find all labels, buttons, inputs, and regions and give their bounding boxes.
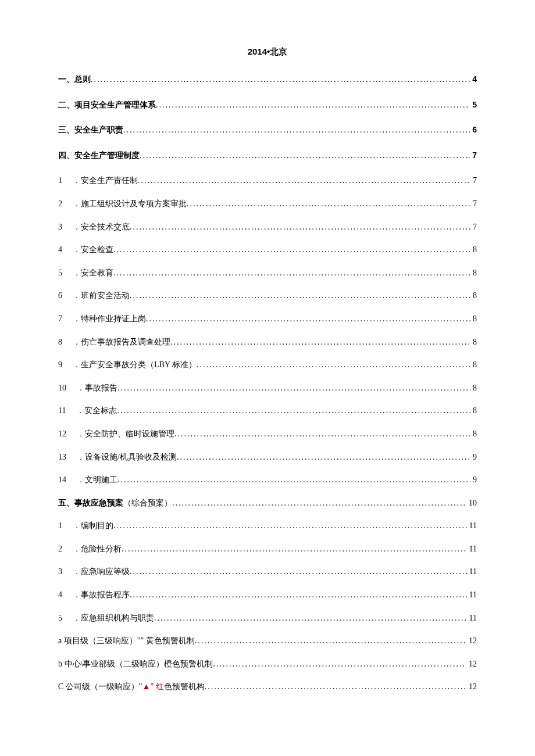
toc-number: 10	[58, 382, 66, 394]
toc-entry: 三、安全生产职责6	[58, 124, 477, 136]
toc-label: ．安全检查	[73, 244, 113, 256]
toc-leader	[130, 290, 470, 302]
toc-leader	[117, 474, 470, 486]
toc-label: ．安全教育	[73, 267, 113, 279]
toc-leader	[154, 612, 467, 624]
toc-entry: 2．施工组织设计及专项方案审批7	[58, 198, 477, 210]
toc-entry: 五、事故应急预案（综合预案）10	[58, 497, 477, 509]
toc-entry: 1．编制目的11	[58, 520, 477, 532]
toc-page: 8	[470, 336, 477, 348]
toc-label: ．安全生产责任制	[73, 175, 138, 187]
toc-number: 4	[58, 589, 62, 601]
toc-leader	[140, 150, 470, 162]
toc-page: 7	[470, 175, 477, 187]
toc-label: ．生产安全事故分类（LBY 标准）	[73, 359, 197, 371]
toc-label: 一、总则	[58, 74, 91, 85]
toc-page: 10	[466, 497, 477, 509]
toc-label: a 项目级（三级响应）"" 黄色预警机制	[58, 635, 195, 647]
toc-label: ．文明施工	[77, 474, 117, 486]
toc-entry: 14．文明施工9	[58, 474, 477, 486]
toc-entry: b 中心\事业部级（二级响应）橙色预警机制12	[58, 658, 477, 670]
toc-leader	[172, 497, 466, 509]
toc-page: 5	[470, 99, 477, 111]
toc-label: 三、安全生产职责	[58, 124, 123, 136]
toc-leader	[170, 336, 470, 348]
toc-entry: 6．班前安全活动8	[58, 290, 477, 302]
toc-entry: 2．危险性分析11	[58, 543, 477, 555]
toc-label: 四、安全生产管理制度	[58, 150, 140, 162]
toc-entry: 8．伤亡事故报告及调查处理8	[58, 336, 477, 348]
toc-leader	[117, 405, 470, 417]
toc-page: 8	[470, 267, 477, 279]
toc-entry: C 公司级（一级响应）"▲" 红色预警机构12	[58, 681, 477, 693]
toc-label: 二、项目安全生产管理体系	[58, 99, 156, 111]
toc-leader	[146, 313, 470, 325]
toc-label: ．事故报告程序	[73, 589, 130, 601]
table-of-contents: 一、总则4二、项目安全生产管理体系5三、安全生产职责6四、安全生产管理制度71．…	[58, 74, 477, 693]
toc-page: 7	[470, 150, 477, 162]
toc-page: 8	[470, 244, 477, 256]
toc-page: 9	[470, 474, 477, 486]
toc-label: ．编制目的	[73, 520, 113, 532]
toc-entry: 四、安全生产管理制度7	[58, 150, 477, 162]
toc-page: 9	[470, 452, 477, 463]
toc-entry: 13．设备设施/机具验收及检测9	[58, 452, 477, 463]
toc-page: 11	[467, 589, 477, 601]
toc-leader	[156, 99, 470, 111]
toc-page: 11	[467, 566, 477, 578]
toc-entry: 5．应急组织机构与职责11	[58, 612, 477, 624]
toc-page: 8	[470, 359, 477, 371]
toc-label: ．班前安全活动	[73, 290, 130, 302]
toc-leader	[91, 74, 470, 85]
toc-leader	[205, 681, 466, 693]
toc-number: 5	[58, 612, 62, 624]
toc-page: 8	[470, 382, 477, 394]
toc-label: ．设备设施/机具验收及检测	[77, 452, 177, 463]
toc-page: 12	[466, 681, 477, 693]
toc-leader	[117, 382, 470, 394]
toc-leader	[138, 175, 470, 187]
toc-number: 3	[58, 566, 62, 578]
toc-label: ．伤亡事故报告及调查处理	[73, 336, 170, 348]
toc-number: 8	[58, 336, 62, 348]
toc-entry: 二、项目安全生产管理体系5	[58, 99, 477, 111]
toc-leader	[123, 124, 470, 136]
toc-leader	[130, 566, 467, 578]
toc-leader	[177, 452, 470, 463]
toc-leader	[187, 198, 470, 210]
toc-page: 4	[470, 74, 477, 85]
toc-page: 8	[470, 405, 477, 417]
toc-entry: 一、总则4	[58, 74, 477, 85]
toc-leader	[213, 658, 466, 670]
toc-leader	[195, 635, 466, 647]
toc-number: 9	[58, 359, 62, 371]
toc-number: 12	[58, 428, 66, 440]
toc-entry: 11．安全标志8	[58, 405, 477, 417]
toc-label: ．应急组织机构与职责	[73, 612, 154, 624]
toc-label: ．安全技术交底	[73, 221, 130, 233]
toc-entry: 10．事故报告8	[58, 382, 477, 394]
toc-label: ．应急响应等级	[73, 566, 130, 578]
toc-number: 5	[58, 267, 62, 279]
toc-page: 8	[470, 313, 477, 325]
toc-label: 五、事故应急预案（综合预案）	[58, 497, 172, 509]
toc-leader	[113, 520, 467, 532]
red-text: ▲" 红	[142, 682, 164, 691]
toc-entry: 4．安全检查8	[58, 244, 477, 256]
toc-label: ．特种作业持证上岗	[73, 313, 146, 325]
toc-entry: a 项目级（三级响应）"" 黄色预警机制12	[58, 635, 477, 647]
toc-entry: 3．安全技术交底7	[58, 221, 477, 233]
toc-label: ．施工组织设计及专项方案审批	[73, 198, 187, 210]
toc-number: 14	[58, 474, 66, 486]
toc-label: ．安全标志	[76, 405, 117, 417]
toc-page: 12	[466, 658, 477, 670]
toc-label: ．事故报告	[77, 382, 117, 394]
toc-page: 11	[467, 520, 477, 532]
toc-number: 1	[58, 175, 62, 187]
toc-leader	[122, 543, 467, 555]
toc-number: 4	[58, 244, 62, 256]
toc-page: 6	[470, 124, 477, 136]
toc-number: 1	[58, 520, 62, 532]
toc-number: 2	[58, 543, 62, 555]
toc-page: 11	[467, 543, 477, 555]
